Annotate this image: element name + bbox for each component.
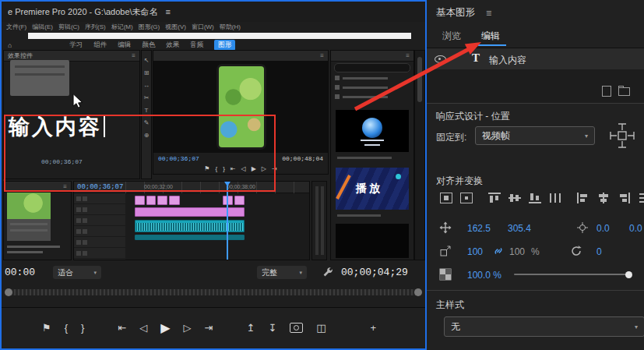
project-search-input[interactable] bbox=[334, 63, 410, 72]
align-vcenter-icon[interactable] bbox=[508, 192, 522, 204]
workspace-tab-learn[interactable]: 学习 bbox=[69, 41, 83, 50]
effect-controls-tab[interactable]: 效果控件 bbox=[8, 51, 33, 60]
go-to-in-button[interactable]: ⇤ bbox=[118, 322, 126, 334]
timeline-tracks[interactable] bbox=[125, 193, 309, 260]
pin-anchor-widget[interactable] bbox=[607, 121, 637, 154]
master-style-dropdown[interactable]: 无 ▾ bbox=[444, 316, 644, 337]
panel-menu-icon[interactable]: ≡ bbox=[320, 52, 324, 59]
text-layer-row[interactable]: T 输入内容 bbox=[427, 48, 644, 70]
razor-tool-icon[interactable]: ✂ bbox=[144, 94, 150, 101]
track-header-a3[interactable] bbox=[74, 248, 125, 259]
home-icon[interactable]: ⌂ bbox=[8, 41, 12, 49]
layer-list-area[interactable] bbox=[427, 69, 644, 103]
step-forward-button[interactable]: ▷ bbox=[184, 322, 192, 334]
workspace-tab-graphics-active[interactable]: 图形 bbox=[214, 40, 235, 51]
opacity-slider[interactable] bbox=[514, 274, 629, 275]
anchor-x-value[interactable]: 0.0 bbox=[596, 223, 610, 234]
mark-in-button[interactable]: { bbox=[65, 322, 68, 334]
video-clip[interactable] bbox=[169, 196, 180, 205]
menu-file[interactable]: 文件(F) bbox=[6, 23, 26, 31]
ripple-edit-tool-icon[interactable]: ↔ bbox=[143, 82, 150, 89]
hamburger-menu-icon[interactable]: ≡ bbox=[166, 7, 171, 16]
scale-linked-value[interactable]: 100 bbox=[509, 246, 525, 257]
export-frame-camera-icon[interactable] bbox=[290, 323, 303, 333]
menu-help[interactable]: 帮助(H) bbox=[220, 23, 241, 31]
settings-wrench-icon[interactable] bbox=[322, 267, 333, 281]
left-timecode[interactable]: 00:00 bbox=[5, 267, 35, 278]
clip-thumbnail-play[interactable]: 播放 bbox=[336, 168, 409, 210]
panel-menu-icon[interactable]: ≡ bbox=[486, 8, 491, 19]
position-y-value[interactable]: 305.4 bbox=[508, 223, 531, 234]
right-timecode[interactable]: 00;00;04;29 bbox=[341, 267, 408, 278]
tab-edit-active[interactable]: 编辑 bbox=[481, 30, 500, 43]
comparison-view-button[interactable]: ◫ bbox=[316, 322, 326, 334]
align-hcenter-icon[interactable] bbox=[596, 192, 611, 204]
track-header-a1[interactable] bbox=[74, 226, 125, 237]
play-button[interactable]: ▶ bbox=[160, 320, 170, 335]
menu-window[interactable]: 窗口(W) bbox=[192, 23, 214, 31]
workspace-tab-audio[interactable]: 音频 bbox=[190, 41, 203, 50]
selection-tool-icon[interactable]: ↖ bbox=[144, 57, 150, 64]
clip-thumbnail-dark[interactable] bbox=[336, 224, 409, 258]
workspace-tab-color[interactable]: 颜色 bbox=[142, 41, 155, 50]
workspace-tab-assembly[interactable]: 组件 bbox=[93, 41, 107, 50]
checkbox-icon[interactable] bbox=[335, 94, 340, 99]
video-clip[interactable] bbox=[135, 196, 145, 205]
scrollbar-handle[interactable] bbox=[417, 57, 422, 102]
panel-menu-icon[interactable]: ≡ bbox=[132, 52, 135, 59]
menu-sequence[interactable]: 序列(S) bbox=[85, 23, 106, 31]
menu-clip[interactable]: 剪辑(C) bbox=[58, 23, 79, 31]
step-back-button[interactable]: ◁ bbox=[139, 322, 147, 334]
playhead[interactable] bbox=[227, 182, 228, 260]
checkbox-icon[interactable] bbox=[335, 85, 340, 90]
new-layer-icon[interactable] bbox=[602, 86, 611, 97]
bin-thumbnail[interactable] bbox=[7, 193, 51, 241]
workspace-tab-effects[interactable]: 效果 bbox=[166, 41, 179, 50]
text-layer-name[interactable]: 输入内容 bbox=[489, 54, 526, 67]
distribute-vertical-icon[interactable] bbox=[637, 192, 644, 204]
align-frame-icon[interactable] bbox=[439, 192, 453, 204]
workspace-tab-edit[interactable]: 编辑 bbox=[118, 41, 131, 50]
menu-edit[interactable]: 编辑(E) bbox=[32, 23, 53, 31]
track-header-a2[interactable] bbox=[74, 237, 125, 248]
panel-scrollbar[interactable] bbox=[414, 50, 425, 260]
track-header-v1[interactable] bbox=[74, 215, 125, 226]
align-top-icon[interactable] bbox=[487, 192, 501, 204]
add-marker-button[interactable]: ⚑ bbox=[42, 322, 51, 334]
go-to-out-button[interactable]: ⇥ bbox=[205, 322, 213, 334]
pin-to-dropdown[interactable]: 视频帧 ▾ bbox=[475, 126, 595, 145]
project-list-row[interactable] bbox=[335, 85, 388, 90]
opacity-value[interactable]: 100.0 % bbox=[467, 270, 501, 281]
button-editor-plus[interactable]: + bbox=[371, 322, 377, 334]
panel-menu-icon[interactable]: ≡ bbox=[406, 52, 410, 59]
video-clip[interactable] bbox=[157, 196, 167, 205]
menu-marker[interactable]: 标记(M) bbox=[111, 23, 133, 31]
align-right-icon[interactable] bbox=[617, 192, 631, 204]
quality-dropdown[interactable]: 完整▾ bbox=[257, 266, 307, 279]
position-x-value[interactable]: 162.5 bbox=[467, 223, 491, 234]
zoom-handle-right[interactable] bbox=[414, 288, 422, 296]
lift-button[interactable]: ↥ bbox=[246, 322, 255, 334]
rotation-value[interactable]: 0 bbox=[596, 246, 602, 257]
scale-value[interactable]: 100 bbox=[467, 246, 483, 257]
track-header-v2[interactable] bbox=[74, 204, 125, 215]
align-frame-center-icon[interactable] bbox=[459, 192, 473, 204]
link-scale-icon[interactable] bbox=[492, 245, 505, 260]
new-group-folder-icon[interactable] bbox=[618, 87, 630, 96]
menu-graphics[interactable]: 图形(G) bbox=[139, 23, 160, 31]
align-bottom-icon[interactable] bbox=[528, 192, 542, 204]
video-clip[interactable] bbox=[234, 196, 245, 205]
visibility-eye-icon[interactable] bbox=[435, 55, 446, 63]
fit-dropdown[interactable]: 适合▾ bbox=[53, 266, 101, 279]
track-header-v3[interactable] bbox=[74, 193, 125, 204]
distribute-horizontal-icon[interactable] bbox=[548, 192, 562, 204]
checkbox-icon[interactable] bbox=[335, 76, 340, 80]
extract-button[interactable]: ↧ bbox=[268, 322, 276, 334]
tab-browse[interactable]: 浏览 bbox=[442, 30, 461, 43]
type-tool-icon[interactable]: T bbox=[145, 107, 149, 114]
clip-thumbnail-logo[interactable] bbox=[336, 110, 409, 152]
anchor-y-value[interactable]: 0.0 bbox=[629, 223, 642, 234]
opacity-slider-handle[interactable] bbox=[625, 271, 632, 278]
zoom-handle-left[interactable] bbox=[5, 288, 12, 296]
mark-out-button[interactable]: } bbox=[81, 322, 84, 334]
